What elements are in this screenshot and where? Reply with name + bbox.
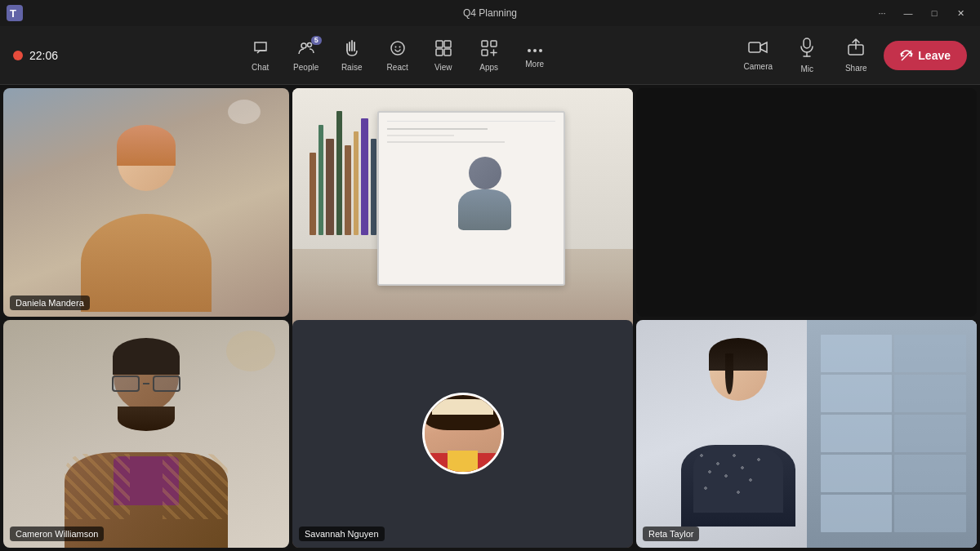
toolbar-left: 22:06 [13,49,58,62]
participant-tile-cameron: Cameron Williamson [3,320,289,549]
toolbar-center: Chat 5 People Rais [239,31,556,80]
svg-point-4 [391,42,404,55]
participant-tile-reta: Reta Taylor [636,320,977,549]
savannah-name-label: Savannah Nguyen [299,527,385,541]
svg-text:T: T [10,7,16,20]
svg-rect-7 [436,41,443,47]
svg-rect-10 [444,49,451,56]
raise-icon [344,39,360,60]
recording-indicator [13,51,23,60]
svg-point-6 [399,46,400,47]
svg-point-14 [528,49,531,52]
camera-icon [748,40,768,59]
chat-button[interactable]: Chat [239,31,282,80]
mic-button[interactable]: Mic [786,31,828,80]
apps-label: Apps [479,63,498,72]
close-button[interactable]: ✕ [947,5,973,21]
svg-rect-11 [482,41,488,47]
react-label: React [387,63,408,72]
apps-button[interactable]: Apps [468,31,510,80]
mic-label: Mic [801,64,814,73]
participant-tile-daniela: Daniela Mandera [3,88,289,317]
people-icon: 5 [297,39,315,60]
svg-rect-12 [491,41,497,47]
people-label: People [293,63,318,72]
more-label: More [525,60,544,69]
window-controls: ··· — □ ✕ [869,5,973,21]
camera-label: Camera [744,62,773,71]
raise-hand-button[interactable]: Raise [331,31,373,80]
reta-name-label: Reta Taylor [643,527,699,541]
raise-label: Raise [341,63,363,72]
title-bar: T Q4 Planning ··· — □ ✕ [0,0,980,26]
apps-icon [480,39,498,60]
svg-rect-8 [444,41,451,47]
more-icon [526,42,544,56]
people-count-badge: 5 [311,36,322,45]
video-grid: Daniela Mandera [0,85,980,551]
toolbar-right: Camera Mic Share [737,31,967,80]
view-button[interactable]: View [422,31,465,80]
daniela-name-label: Daniela Mandera [10,295,90,310]
share-button[interactable]: Share [835,31,877,80]
minimize-button[interactable]: — [895,5,921,21]
svg-rect-13 [482,50,488,56]
leave-button[interactable]: Leave [884,41,967,70]
window-title: Q4 Planning [463,7,517,19]
call-timer: 22:06 [29,49,58,62]
mic-icon [800,38,814,61]
teams-logo: T [7,5,23,21]
more-options-button[interactable]: ··· [869,5,895,21]
more-button[interactable]: More [514,31,556,80]
toolbar: 22:06 Chat 5 Peop [0,26,980,85]
svg-point-5 [394,46,396,47]
svg-point-3 [307,42,311,47]
chat-icon [252,39,270,60]
people-button[interactable]: 5 People [285,31,327,80]
view-label: View [434,63,452,72]
maximize-button[interactable]: □ [921,5,947,21]
participant-tile-topright [636,88,977,317]
cameron-name-label: Cameron Williamson [10,527,104,541]
leave-phone-icon [900,49,913,62]
react-icon [389,39,407,60]
leave-label: Leave [918,49,951,62]
camera-button[interactable]: Camera [737,31,779,80]
svg-rect-17 [749,42,760,52]
react-button[interactable]: React [376,31,419,80]
share-icon [847,38,865,60]
svg-rect-9 [436,49,443,56]
view-icon [434,39,452,60]
svg-point-16 [539,49,542,52]
share-label: Share [845,64,867,73]
svg-point-15 [533,49,537,52]
svg-point-2 [301,43,306,48]
chat-label: Chat [252,63,269,72]
svg-rect-18 [804,38,810,48]
participant-tile-savannah: Savannah Nguyen [292,320,633,549]
